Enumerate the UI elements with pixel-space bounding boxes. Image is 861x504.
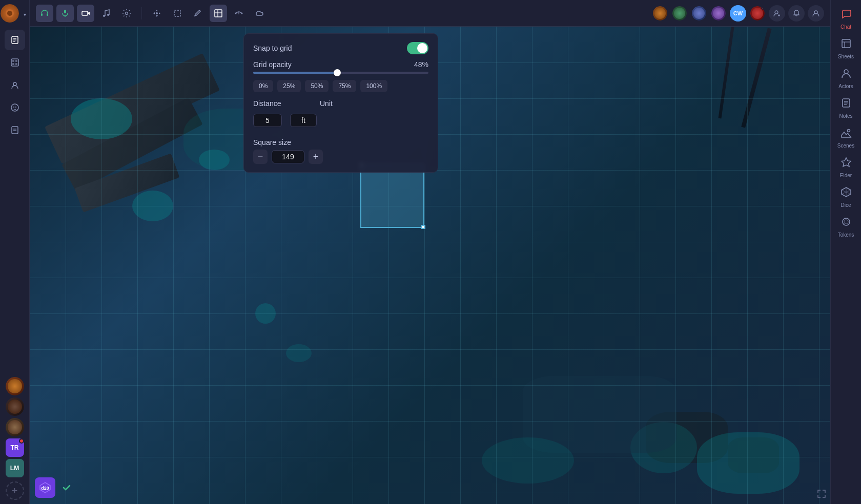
user-avatar-2-img	[674, 8, 685, 19]
svg-text:d20: d20	[41, 486, 49, 491]
svg-rect-10	[15, 63, 17, 65]
selection-handle-br[interactable]	[421, 225, 425, 229]
opacity-slider-thumb[interactable]	[334, 69, 341, 76]
svg-point-31	[775, 11, 778, 14]
user-avatar-4[interactable]	[710, 5, 727, 22]
svg-rect-16	[47, 13, 48, 16]
left-sidebar: ▾	[0, 0, 30, 504]
snap-to-grid-toggle[interactable]	[407, 42, 428, 54]
sidebar-item-elder[interactable]: Elder	[832, 153, 860, 181]
teal-bottom-right	[697, 432, 799, 494]
square-size-row: Square size	[253, 138, 428, 146]
distance-label: Distance	[253, 99, 305, 108]
expand-button[interactable]	[817, 489, 826, 500]
grid-tool-button[interactable]	[210, 5, 227, 22]
elder-icon-svg	[840, 157, 852, 168]
top-right-users: CW	[652, 0, 830, 27]
opacity-25-button[interactable]: 25%	[277, 80, 301, 92]
player-avatar-3[interactable]	[6, 418, 24, 436]
snap-to-grid-row: Snap to grid	[253, 42, 428, 54]
square-size-minus-button[interactable]: −	[253, 150, 268, 164]
fog-icon	[255, 9, 264, 18]
sidebar-item-scenes[interactable]	[5, 52, 25, 73]
opacity-0-button[interactable]: 0%	[253, 80, 273, 92]
notification-button[interactable]	[788, 5, 805, 22]
svg-rect-19	[82, 11, 88, 15]
sidebar-item-scenes[interactable]: Scenes	[832, 123, 860, 152]
square-size-plus-button[interactable]: +	[309, 150, 323, 164]
user-avatar-3[interactable]	[691, 5, 707, 22]
bottom-left-controls: d20	[35, 477, 74, 498]
player-avatar-2-inner	[6, 397, 24, 416]
music-button[interactable]	[97, 5, 115, 22]
sidebar-item-bestiary[interactable]	[5, 97, 25, 118]
d20-button[interactable]: d20	[35, 477, 55, 498]
user-avatar-2[interactable]	[671, 5, 688, 22]
sidebar-item-journal[interactable]	[5, 30, 25, 50]
selection-box[interactable]	[360, 164, 424, 228]
scenes-right-icon	[840, 127, 852, 141]
dice-icon	[840, 186, 852, 200]
check-button[interactable]	[59, 480, 74, 495]
scenes-icon	[10, 58, 19, 67]
sidebar-item-actors[interactable]: Actors	[832, 64, 860, 92]
right-sidebar: Chat Sheets Actors	[830, 0, 861, 504]
microphone-button[interactable]	[56, 5, 74, 22]
grid-opacity-label: Grid opacity	[253, 60, 292, 69]
teal-water-1	[71, 98, 132, 139]
grid-icon	[214, 9, 223, 18]
spacer-2	[253, 133, 428, 138]
notes-icon-svg	[840, 97, 852, 109]
opacity-100-button[interactable]: 100%	[360, 80, 387, 92]
fog-tool-button[interactable]	[251, 5, 268, 22]
svg-point-49	[843, 218, 850, 225]
campaign-dropdown[interactable]: ▾	[21, 10, 29, 18]
opacity-slider-track[interactable]	[253, 72, 428, 74]
sidebar-item-items[interactable]	[5, 120, 25, 140]
dark-spear-1	[741, 28, 771, 128]
svg-point-21	[107, 14, 109, 16]
user-avatar-5-status	[761, 6, 765, 10]
campaign-logo[interactable]	[1, 4, 19, 23]
expand-icon	[817, 489, 826, 498]
teal-water-5	[255, 303, 276, 324]
draw-tool-button[interactable]	[189, 5, 207, 22]
sidebar-item-chat[interactable]: Chat	[832, 4, 860, 33]
opacity-presets: 0% 25% 50% 75% 100%	[253, 80, 428, 92]
measure-tool-button[interactable]	[230, 5, 248, 22]
opacity-75-button[interactable]: 75%	[333, 80, 356, 92]
account-button[interactable]	[808, 5, 824, 22]
add-campaign-button[interactable]: +	[6, 481, 24, 500]
svg-point-22	[126, 12, 128, 14]
svg-rect-8	[15, 60, 17, 62]
square-size-input[interactable]	[272, 150, 304, 163]
player-avatar-2[interactable]	[6, 397, 24, 416]
player-avatar-1[interactable]	[6, 377, 24, 395]
elder-label: Elder	[840, 173, 852, 178]
opacity-50-button[interactable]: 50%	[305, 80, 329, 92]
sidebar-item-actors[interactable]	[5, 75, 25, 95]
user-avatar-1[interactable]	[652, 5, 668, 22]
sidebar-item-dice[interactable]: Dice	[832, 182, 860, 211]
add-user-button[interactable]	[769, 5, 785, 22]
unit-input[interactable]	[290, 114, 317, 127]
sidebar-item-sheets[interactable]: Sheets	[832, 34, 860, 62]
music-icon	[101, 9, 111, 18]
svg-point-1	[7, 11, 12, 16]
player-avatar-1-img	[8, 379, 22, 393]
headphones-button[interactable]	[36, 5, 53, 22]
tokens-label: Tokens	[838, 232, 854, 238]
sidebar-item-notes[interactable]: Notes	[832, 93, 860, 122]
settings-button[interactable]	[118, 5, 135, 22]
sidebar-item-tokens[interactable]: Tokens	[832, 212, 860, 241]
select-tool-button[interactable]	[169, 5, 186, 22]
user-avatar-1-inner	[653, 6, 667, 20]
move-tool-button[interactable]	[148, 5, 166, 22]
player-badge-lm[interactable]: LM	[6, 459, 24, 477]
camera-button[interactable]	[77, 5, 94, 22]
distance-input[interactable]	[253, 114, 282, 127]
user-avatar-cw[interactable]: CW	[730, 5, 746, 22]
measure-icon	[234, 9, 243, 18]
player-badge-tr[interactable]: TR	[6, 438, 24, 457]
user-avatar-5[interactable]	[749, 5, 766, 22]
